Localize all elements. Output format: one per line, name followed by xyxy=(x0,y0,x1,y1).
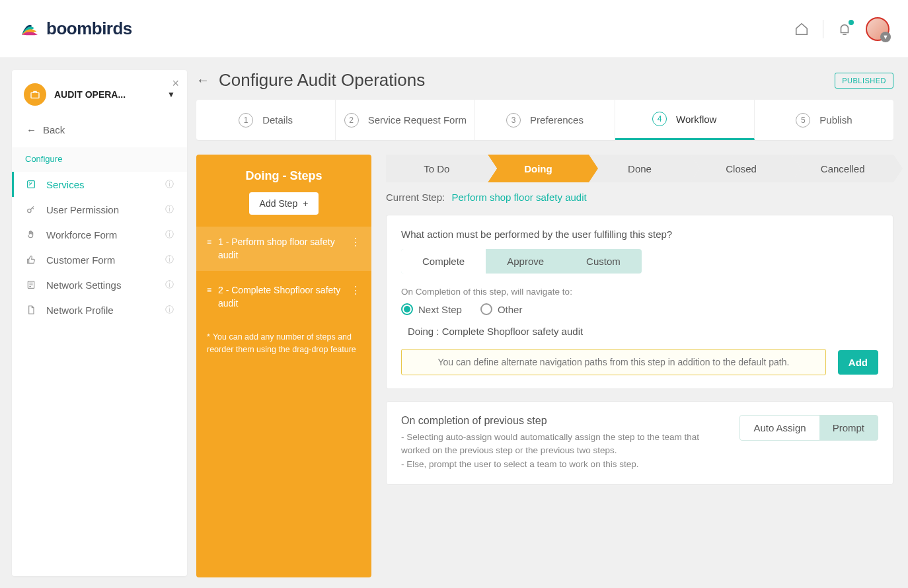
stage-closed[interactable]: Closed xyxy=(691,155,792,182)
drag-handle-icon[interactable]: ≡ xyxy=(207,237,211,246)
topbar: boombirds ▼ xyxy=(0,0,908,58)
radio-next-step[interactable]: Next Step xyxy=(401,303,462,315)
navigate-radio-group: Next Step Other xyxy=(401,303,878,315)
thumbs-up-icon xyxy=(25,254,37,265)
close-icon[interactable]: × xyxy=(172,77,179,91)
page-header: ← Configure Audit Operations PUBLISHED xyxy=(196,70,893,91)
add-step-button[interactable]: Add Step + xyxy=(249,192,319,215)
action-segmented: Complete Approve Custom xyxy=(401,249,642,274)
tab-service-request-form[interactable]: 2Service Request Form xyxy=(336,100,475,140)
sidebar-item-network-settings[interactable]: Network Settings ⓘ xyxy=(12,272,187,297)
sidebar-item-network-profile[interactable]: Network Profile ⓘ xyxy=(12,297,187,322)
status-badge: PUBLISHED xyxy=(835,73,893,89)
logo-icon xyxy=(19,18,41,40)
stage-done[interactable]: Done xyxy=(589,155,691,182)
auto-assign-button[interactable]: Auto Assign xyxy=(740,416,819,440)
services-icon xyxy=(25,179,37,190)
arrow-left-icon[interactable]: ← xyxy=(196,73,209,88)
plus-icon: + xyxy=(303,198,308,209)
sidebar-item-user-permission[interactable]: User Permission ⓘ xyxy=(12,197,187,222)
drag-handle-icon[interactable]: ≡ xyxy=(207,285,211,295)
action-custom-button[interactable]: Custom xyxy=(565,249,642,274)
navigate-target: Doing : Complete Shopfloor safety audit xyxy=(408,326,878,337)
chevron-down-icon[interactable]: ▼ xyxy=(167,90,175,99)
kebab-icon[interactable]: ⋮ xyxy=(350,236,361,248)
config-area: To Do Doing Done Closed Cancelled Curren… xyxy=(386,155,893,577)
stage-breadcrumb: To Do Doing Done Closed Cancelled xyxy=(386,155,893,182)
steps-title: Doing - Steps xyxy=(207,169,361,183)
sidebar-item-label: Network Profile xyxy=(46,305,114,316)
action-question: What action must be performed by the use… xyxy=(401,229,878,240)
document-icon xyxy=(25,305,37,315)
sidebar-section-label: Configure xyxy=(12,147,187,172)
svg-rect-0 xyxy=(31,92,39,98)
assign-desc-2: - Else, prompt the user to select a team… xyxy=(401,458,726,471)
sidebar: × AUDIT OPERA... ▼ ← Back Configure Serv… xyxy=(12,70,187,576)
info-icon[interactable]: ⓘ xyxy=(165,203,174,215)
info-icon[interactable]: ⓘ xyxy=(165,279,174,291)
logo-text: boombirds xyxy=(46,18,132,39)
assign-title: On completion of previous step xyxy=(401,415,726,427)
tab-preferences[interactable]: 3Preferences xyxy=(475,100,615,140)
action-complete-button[interactable]: Complete xyxy=(401,249,486,274)
sidebar-item-label: User Permission xyxy=(46,204,119,215)
stage-todo[interactable]: To Do xyxy=(386,155,488,182)
key-icon xyxy=(25,204,37,215)
step-label: 2 - Complete Shopfloor safety audit xyxy=(218,284,344,310)
workflow-body: Doing - Steps Add Step + ≡ 1 - Perform s… xyxy=(196,155,893,577)
svg-point-2 xyxy=(28,209,31,212)
step-item[interactable]: ≡ 2 - Complete Shopfloor safety audit ⋮ xyxy=(196,275,371,319)
info-icon[interactable]: ⓘ xyxy=(165,254,174,266)
sidebar-item-workforce-form[interactable]: Workforce Form ⓘ xyxy=(12,222,187,247)
sidebar-item-services[interactable]: Services ⓘ xyxy=(12,172,187,197)
back-button[interactable]: ← Back xyxy=(12,118,187,147)
action-approve-button[interactable]: Approve xyxy=(486,249,565,274)
radio-other[interactable]: Other xyxy=(480,303,523,315)
step-item[interactable]: ≡ 1 - Perform shop floor safety audit ⋮ xyxy=(196,227,371,271)
steps-hint: *You can add any number of steps and reo… xyxy=(196,319,371,368)
assign-segmented: Auto Assign Prompt xyxy=(739,415,878,441)
steps-panel: Doing - Steps Add Step + ≡ 1 - Perform s… xyxy=(196,155,371,577)
sidebar-item-label: Workforce Form xyxy=(46,229,117,240)
assign-card: On completion of previous step - Selecti… xyxy=(386,401,893,485)
chevron-down-icon: ▼ xyxy=(880,32,891,42)
info-icon[interactable]: ⓘ xyxy=(165,229,174,240)
tab-publish[interactable]: 5Publish xyxy=(755,100,893,140)
info-icon[interactable]: ⓘ xyxy=(165,304,174,316)
wizard-tabs: 1Details 2Service Request Form 3Preferen… xyxy=(196,100,893,140)
tab-workflow[interactable]: 4Workflow xyxy=(615,100,755,140)
sidebar-header-label: AUDIT OPERA... xyxy=(54,89,159,100)
add-button[interactable]: Add xyxy=(838,350,878,375)
stage-doing[interactable]: Doing xyxy=(488,155,589,182)
asterisk-icon: * xyxy=(207,332,210,342)
current-step: Current Step: Perform shop floor safety … xyxy=(386,192,893,203)
arrow-left-icon: ← xyxy=(26,124,36,135)
topbar-actions: ▼ xyxy=(794,17,889,41)
settings-icon xyxy=(25,279,37,290)
prompt-button[interactable]: Prompt xyxy=(819,416,878,440)
user-avatar[interactable]: ▼ xyxy=(866,17,889,41)
bell-icon[interactable] xyxy=(837,21,852,37)
hand-icon xyxy=(25,229,37,240)
divider xyxy=(823,20,823,38)
logo[interactable]: boombirds xyxy=(19,18,132,40)
sidebar-item-label: Network Settings xyxy=(46,279,121,291)
content-area: ← Configure Audit Operations PUBLISHED 1… xyxy=(187,58,908,588)
step-label: 1 - Perform shop floor safety audit xyxy=(218,236,344,262)
notification-dot xyxy=(849,20,854,25)
alt-path-hint: You can define alternate navigation path… xyxy=(401,349,826,375)
tab-details[interactable]: 1Details xyxy=(196,100,336,140)
assign-desc-1: - Selecting auto-assign would automatica… xyxy=(401,431,726,458)
info-icon[interactable]: ⓘ xyxy=(165,178,174,190)
current-step-name: Perform shop floor safety audit xyxy=(451,192,586,203)
stage-cancelled[interactable]: Cancelled xyxy=(792,155,893,182)
kebab-icon[interactable]: ⋮ xyxy=(350,284,361,297)
sidebar-item-label: Customer Form xyxy=(46,254,115,266)
home-icon[interactable] xyxy=(794,21,810,37)
sidebar-header[interactable]: AUDIT OPERA... ▼ xyxy=(12,79,187,118)
page-title: Configure Audit Operations xyxy=(219,70,425,91)
sidebar-item-label: Services xyxy=(46,179,85,190)
briefcase-icon xyxy=(24,83,46,106)
sidebar-item-customer-form[interactable]: Customer Form ⓘ xyxy=(12,247,187,272)
svg-rect-1 xyxy=(28,181,35,188)
